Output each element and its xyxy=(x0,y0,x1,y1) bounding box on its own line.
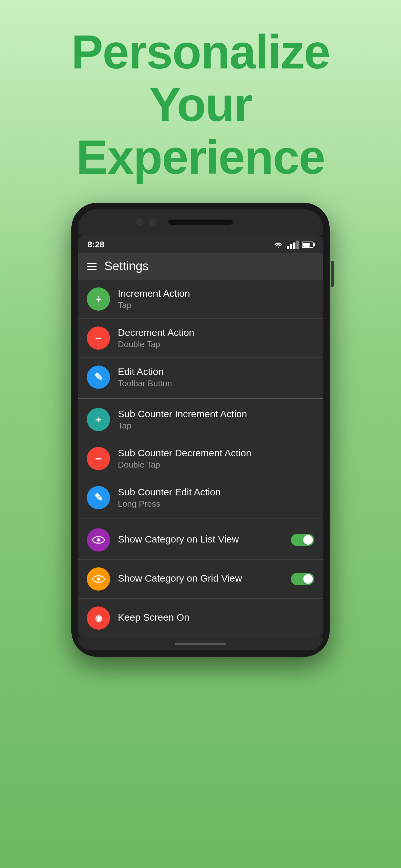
sub-increment-title: Sub Counter Increment Action xyxy=(118,408,314,420)
sub-edit-subtitle: Long Press xyxy=(118,499,314,509)
svg-point-1 xyxy=(97,538,100,541)
show-grid-title: Show Category on Grid View xyxy=(118,573,283,584)
settings-item-show-list[interactable]: Show Category on List View xyxy=(78,521,323,560)
sub-edit-text: Sub Counter Edit Action Long Press xyxy=(118,487,314,509)
hero-title: Personalize Your Experience xyxy=(0,0,401,196)
sub-edit-title: Sub Counter Edit Action xyxy=(118,487,314,498)
phone-camera-left xyxy=(136,218,144,226)
show-list-icon xyxy=(87,528,110,552)
keep-screen-text: Keep Screen On xyxy=(118,612,314,624)
phone-wrapper: 8:28 xyxy=(71,203,330,657)
phone-speaker xyxy=(168,220,233,225)
svg-point-3 xyxy=(97,578,100,581)
phone-bottom xyxy=(78,638,323,650)
section-divider-1 xyxy=(78,398,323,399)
settings-item-sub-increment[interactable]: + Sub Counter Increment Action Tap xyxy=(78,400,323,439)
eye-icon xyxy=(92,535,104,545)
status-time: 8:28 xyxy=(88,240,104,250)
settings-item-increment-action[interactable]: + Increment Action Tap xyxy=(78,280,323,319)
increment-text: Increment Action Tap xyxy=(118,288,314,310)
settings-item-show-grid[interactable]: Show Category on Grid View xyxy=(78,560,323,599)
increment-icon: + xyxy=(87,287,110,311)
keep-screen-icon: ◉ xyxy=(87,607,110,630)
show-grid-toggle[interactable] xyxy=(291,573,314,585)
side-button-volume xyxy=(331,261,334,287)
decrement-text: Decrement Action Double Tap xyxy=(118,327,314,349)
settings-item-edit-action[interactable]: ✎ Edit Action Toolbar Button xyxy=(78,358,323,397)
show-list-toggle[interactable] xyxy=(291,534,314,546)
sub-edit-icon: ✎ xyxy=(87,486,110,509)
app-toolbar: Settings xyxy=(78,253,323,280)
edit-text: Edit Action Toolbar Button xyxy=(118,366,314,389)
sub-decrement-text: Sub Counter Decrement Action Double Tap xyxy=(118,447,314,470)
keep-screen-title: Keep Screen On xyxy=(118,612,314,623)
sub-increment-icon: + xyxy=(87,408,110,431)
phone-frame: 8:28 xyxy=(71,203,330,657)
show-list-text: Show Category on List View xyxy=(118,534,283,546)
sub-decrement-subtitle: Double Tap xyxy=(118,460,314,470)
decrement-subtitle: Double Tap xyxy=(118,339,314,349)
status-icons xyxy=(273,241,313,249)
increment-title: Increment Action xyxy=(118,288,314,299)
sub-increment-subtitle: Tap xyxy=(118,421,314,431)
settings-item-sub-edit[interactable]: ✎ Sub Counter Edit Action Long Press xyxy=(78,478,323,517)
status-bar: 8:28 xyxy=(78,235,323,253)
signal-icon xyxy=(287,241,299,249)
section-divider-2 xyxy=(78,519,323,519)
edit-subtitle: Toolbar Button xyxy=(118,378,314,389)
wifi-icon xyxy=(273,241,283,248)
eye-icon-2 xyxy=(92,575,104,584)
toggle-knob-2 xyxy=(303,574,313,584)
sub-decrement-icon: − xyxy=(87,447,110,470)
hamburger-menu-icon[interactable] xyxy=(87,263,96,270)
home-indicator xyxy=(175,643,226,645)
decrement-title: Decrement Action xyxy=(118,327,314,338)
show-grid-text: Show Category on Grid View xyxy=(118,573,283,585)
toggle-knob xyxy=(303,535,313,545)
sub-decrement-title: Sub Counter Decrement Action xyxy=(118,447,314,459)
edit-icon: ✎ xyxy=(87,366,110,389)
edit-title: Edit Action xyxy=(118,366,314,377)
phone-screen: 8:28 xyxy=(78,235,323,638)
decrement-icon: − xyxy=(87,327,110,350)
phone-notch xyxy=(78,209,323,235)
phone-camera-right xyxy=(149,218,157,226)
show-grid-icon xyxy=(87,567,110,591)
settings-list: + Increment Action Tap − Decrement Actio… xyxy=(78,280,323,638)
settings-item-sub-decrement[interactable]: − Sub Counter Decrement Action Double Ta… xyxy=(78,439,323,478)
settings-item-keep-screen[interactable]: ◉ Keep Screen On xyxy=(78,599,323,638)
increment-subtitle: Tap xyxy=(118,300,314,310)
settings-item-decrement-action[interactable]: − Decrement Action Double Tap xyxy=(78,319,323,358)
sub-increment-text: Sub Counter Increment Action Tap xyxy=(118,408,314,431)
show-list-title: Show Category on List View xyxy=(118,534,283,545)
toolbar-title: Settings xyxy=(104,259,149,273)
battery-icon xyxy=(302,242,313,248)
